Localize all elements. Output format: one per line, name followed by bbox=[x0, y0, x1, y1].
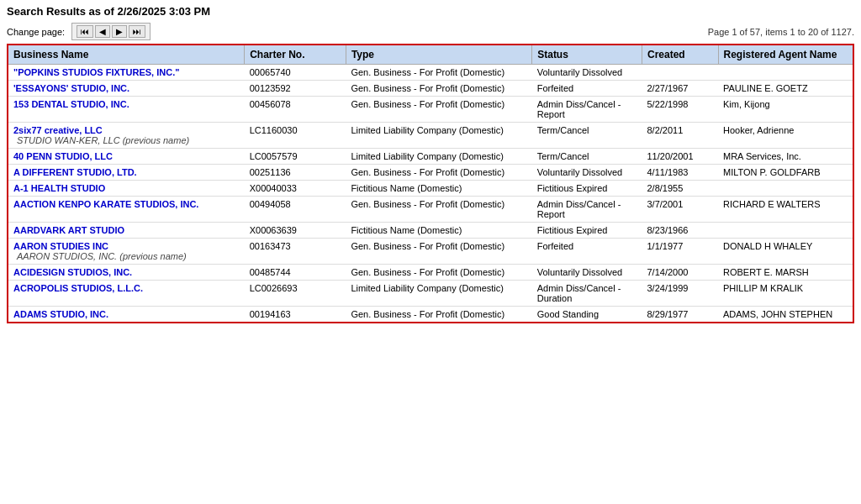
status: Voluntarily Dissolved bbox=[532, 65, 642, 81]
table-row: A-1 HEALTH STUDIOX00040033Fictitious Nam… bbox=[8, 181, 853, 197]
previous-name: STUDIO WAN-KER, LLC (previous name) bbox=[13, 135, 189, 145]
created-date: 8/2/2011 bbox=[642, 123, 718, 149]
business-name-link[interactable]: 'ESSAYONS' STUDIO, INC. bbox=[13, 83, 129, 93]
business-name-link[interactable]: AACTION KENPO KARATE STUDIOS, INC. bbox=[13, 199, 198, 209]
table-row: "POPKINS STUDIOS FIXTURES, INC."00065740… bbox=[8, 65, 853, 81]
first-page-button[interactable]: ⏮ bbox=[77, 25, 93, 38]
prev-page-button[interactable]: ◀ bbox=[95, 25, 110, 38]
charter-no: 00123592 bbox=[245, 81, 346, 97]
table-row: 40 PENN STUDIO, LLCLC0057579Limited Liab… bbox=[8, 149, 853, 165]
previous-name: AARON STUDIOS, INC. (previous name) bbox=[13, 251, 187, 261]
business-type: Gen. Business - For Profit (Domestic) bbox=[346, 97, 531, 123]
header-type: Type bbox=[346, 45, 531, 65]
created-date: 3/24/1999 bbox=[642, 281, 718, 307]
table-row: 'ESSAYONS' STUDIO, INC.00123592Gen. Busi… bbox=[8, 81, 853, 97]
agent-name: ROBERT E. MARSH bbox=[718, 265, 853, 281]
created-date: 7/14/2000 bbox=[642, 265, 718, 281]
table-row: ADAMS STUDIO, INC.00194163Gen. Business … bbox=[8, 307, 853, 323]
created-date: 2/8/1955 bbox=[642, 181, 718, 197]
agent-name bbox=[718, 223, 853, 239]
business-name-link[interactable]: "POPKINS STUDIOS FIXTURES, INC." bbox=[13, 67, 179, 77]
agent-name: DONALD H WHALEY bbox=[718, 239, 853, 265]
business-name-link[interactable]: 40 PENN STUDIO, LLC bbox=[13, 151, 113, 161]
agent-name: MRA Services, Inc. bbox=[718, 149, 853, 165]
charter-no: 00485744 bbox=[245, 265, 346, 281]
business-name-link[interactable]: 2six77 creative, LLC bbox=[13, 125, 103, 135]
created-date: 1/1/1977 bbox=[642, 239, 718, 265]
header-created: Created bbox=[642, 45, 718, 65]
agent-name: PHILLIP M KRALIK bbox=[718, 281, 853, 307]
table-row: ACIDESIGN STUDIOS, INC.00485744Gen. Busi… bbox=[8, 265, 853, 281]
business-name-link[interactable]: A-1 HEALTH STUDIO bbox=[13, 183, 105, 193]
search-results-title: Search Results as of 2/26/2025 3:03 PM bbox=[7, 5, 854, 18]
business-name-link[interactable]: ACIDESIGN STUDIOS, INC. bbox=[13, 267, 132, 277]
business-type: Fictitious Name (Domestic) bbox=[346, 181, 531, 197]
business-name-link[interactable]: AARON STUDIES INC bbox=[13, 241, 108, 251]
business-type: Gen. Business - For Profit (Domestic) bbox=[346, 239, 531, 265]
agent-name: Kim, Kijong bbox=[718, 97, 853, 123]
charter-no: 00065740 bbox=[245, 65, 346, 81]
last-page-button[interactable]: ⏭ bbox=[129, 25, 145, 38]
business-name-link[interactable]: ACROPOLIS STUDIOS, L.L.C. bbox=[13, 283, 143, 293]
agent-name: PAULINE E. GOETZ bbox=[718, 81, 853, 97]
business-name-link[interactable]: AARDVARK ART STUDIO bbox=[13, 225, 124, 235]
status: Fictitious Expired bbox=[532, 181, 642, 197]
pagination-controls: ⏮ ◀ ▶ ⏭ bbox=[71, 23, 151, 40]
table-row: 153 DENTAL STUDIO, INC.00456078Gen. Busi… bbox=[8, 97, 853, 123]
charter-no: X00040033 bbox=[245, 181, 346, 197]
results-table: Business Name Charter No. Type Status Cr… bbox=[7, 44, 854, 323]
agent-name: RICHARD E WALTERS bbox=[718, 197, 853, 223]
header-business-name: Business Name bbox=[8, 45, 245, 65]
business-type: Gen. Business - For Profit (Domestic) bbox=[346, 265, 531, 281]
created-date bbox=[642, 65, 718, 81]
status: Term/Cancel bbox=[532, 149, 642, 165]
charter-no: LC0026693 bbox=[245, 281, 346, 307]
created-date: 8/29/1977 bbox=[642, 307, 718, 323]
business-type: Fictitious Name (Domestic) bbox=[346, 223, 531, 239]
charter-no: LC0057579 bbox=[245, 149, 346, 165]
table-row: 2six77 creative, LLCSTUDIO WAN-KER, LLC … bbox=[8, 123, 853, 149]
business-name-link[interactable]: 153 DENTAL STUDIO, INC. bbox=[13, 99, 129, 109]
header-charter: Charter No. bbox=[245, 45, 346, 65]
business-type: Gen. Business - For Profit (Domestic) bbox=[346, 65, 531, 81]
created-date: 11/20/2001 bbox=[642, 149, 718, 165]
table-row: ACROPOLIS STUDIOS, L.L.C.LC0026693Limite… bbox=[8, 281, 853, 307]
agent-name bbox=[718, 65, 853, 81]
header-status: Status bbox=[532, 45, 642, 65]
business-type: Gen. Business - For Profit (Domestic) bbox=[346, 165, 531, 181]
business-name-link[interactable]: A DIFFERENT STUDIO, LTD. bbox=[13, 167, 137, 177]
status: Forfeited bbox=[532, 239, 642, 265]
created-date: 5/22/1998 bbox=[642, 97, 718, 123]
pagination-bar: Change page: ⏮ ◀ ▶ ⏭ Page 1 of 57, items… bbox=[7, 23, 854, 40]
status: Term/Cancel bbox=[532, 123, 642, 149]
page-info: Page 1 of 57, items 1 to 20 of 1127. bbox=[708, 27, 854, 37]
created-date: 4/11/1983 bbox=[642, 165, 718, 181]
agent-name: Hooker, Adrienne bbox=[718, 123, 853, 149]
charter-no: 00494058 bbox=[245, 197, 346, 223]
agent-name bbox=[718, 181, 853, 197]
status: Good Standing bbox=[532, 307, 642, 323]
business-type: Limited Liability Company (Domestic) bbox=[346, 281, 531, 307]
charter-no: 00194163 bbox=[245, 307, 346, 323]
business-type: Gen. Business - For Profit (Domestic) bbox=[346, 81, 531, 97]
created-date: 2/27/1967 bbox=[642, 81, 718, 97]
status: Fictitious Expired bbox=[532, 223, 642, 239]
status: Voluntarily Dissolved bbox=[532, 165, 642, 181]
change-page-label: Change page: bbox=[7, 27, 65, 37]
charter-no: 00251136 bbox=[245, 165, 346, 181]
agent-name: MILTON P. GOLDFARB bbox=[718, 165, 853, 181]
charter-no: LC1160030 bbox=[245, 123, 346, 149]
header-agent: Registered Agent Name bbox=[718, 45, 853, 65]
created-date: 3/7/2001 bbox=[642, 197, 718, 223]
charter-no: 00163473 bbox=[245, 239, 346, 265]
status: Admin Diss/Cancel - Report bbox=[532, 97, 642, 123]
next-page-button[interactable]: ▶ bbox=[112, 25, 127, 38]
agent-name: ADAMS, JOHN STEPHEN bbox=[718, 307, 853, 323]
business-name-link[interactable]: ADAMS STUDIO, INC. bbox=[13, 309, 108, 319]
business-type: Limited Liability Company (Domestic) bbox=[346, 123, 531, 149]
charter-no: X00063639 bbox=[245, 223, 346, 239]
business-type: Gen. Business - For Profit (Domestic) bbox=[346, 197, 531, 223]
table-row: AARON STUDIES INCAARON STUDIOS, INC. (pr… bbox=[8, 239, 853, 265]
created-date: 8/23/1966 bbox=[642, 223, 718, 239]
status: Admin Diss/Cancel - Duration bbox=[532, 281, 642, 307]
